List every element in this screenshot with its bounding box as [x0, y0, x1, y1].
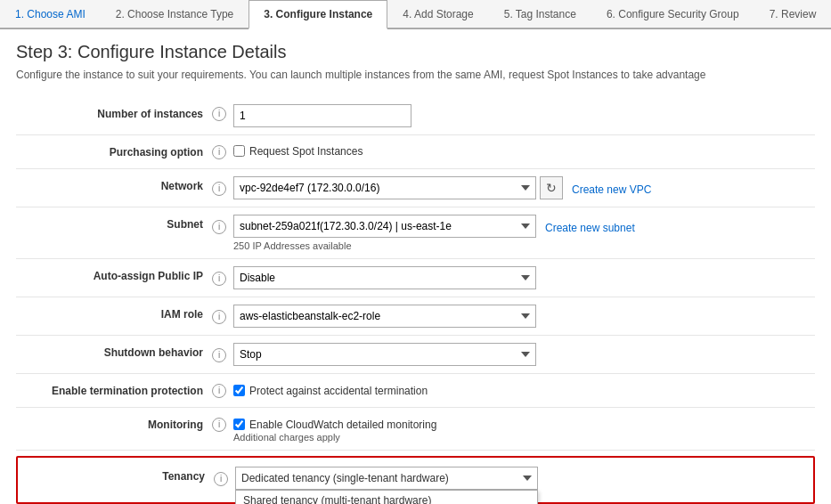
purchasing-option-label: Purchasing option: [16, 142, 212, 159]
auto-assign-ip-select[interactable]: Disable Enable: [233, 266, 536, 289]
termination-protection-checkbox[interactable]: [233, 385, 245, 396]
info-icon-instances[interactable]: i: [212, 107, 226, 121]
monitoring-checkbox[interactable]: [233, 419, 245, 430]
termination-protection-checkbox-label[interactable]: Protect against accidental termination: [233, 382, 428, 397]
network-select[interactable]: vpc-92de4ef7 (172.30.0.0/16): [233, 176, 536, 199]
tab-label: 1. Choose AMI: [15, 8, 86, 20]
tenancy-label: Tenancy: [18, 467, 214, 483]
tab-label: 4. Add Storage: [403, 8, 473, 20]
info-icon-purchasing[interactable]: i: [212, 145, 226, 159]
page-header: Step 3: Configure Instance Details Confi…: [0, 29, 831, 88]
monitoring-additional-text: Additional charges apply: [233, 432, 340, 443]
info-icon-shutdown[interactable]: i: [212, 348, 226, 362]
create-new-subnet-link[interactable]: Create new subnet: [545, 218, 635, 234]
spot-instances-text: Request Spot Instances: [249, 145, 363, 158]
info-icon-auto-assign[interactable]: i: [212, 272, 226, 286]
info-icon-monitoring[interactable]: i: [212, 418, 226, 432]
network-control: i vpc-92de4ef7 (172.30.0.0/16) ↻ Create …: [212, 176, 815, 199]
info-icon-subnet[interactable]: i: [212, 220, 226, 234]
page-title: Step 3: Configure Instance Details: [16, 42, 815, 62]
network-row: Network i vpc-92de4ef7 (172.30.0.0/16) ↻…: [16, 169, 815, 207]
number-of-instances-control: i: [212, 104, 815, 127]
tenancy-options-list: Shared tenancy (multi-tenant hardware) D…: [235, 490, 538, 504]
subnet-row: Subnet i subnet-259a021f(172.30.3.0/24) …: [16, 207, 815, 259]
iam-role-select[interactable]: aws-elasticbeanstalk-ec2-role: [233, 305, 536, 328]
shutdown-behavior-control: i Stop Terminate: [212, 343, 815, 366]
auto-assign-ip-label: Auto-assign Public IP: [16, 266, 212, 282]
auto-assign-ip-select-wrap: Disable Enable: [233, 266, 536, 289]
iam-role-label: IAM role: [16, 305, 212, 321]
tenancy-selected-display[interactable]: Dedicated tenancy (single-tenant hardwar…: [235, 467, 538, 490]
configure-instance-form: Number of instances i Purchasing option …: [0, 88, 831, 504]
network-select-wrap: vpc-92de4ef7 (172.30.0.0/16): [233, 176, 536, 199]
info-icon-tenancy[interactable]: i: [214, 472, 228, 486]
tab-configure-instance[interactable]: 3. Configure Instance: [248, 0, 387, 29]
tab-label: 3. Configure Instance: [264, 8, 372, 20]
tenancy-option-shared[interactable]: Shared tenancy (multi-tenant hardware): [236, 491, 537, 504]
iam-role-row: IAM role i aws-elasticbeanstalk-ec2-role: [16, 297, 815, 336]
tenancy-control: i Dedicated tenancy (single-tenant hardw…: [214, 467, 813, 490]
monitoring-row: Monitoring i Enable CloudWatch detailed …: [16, 408, 815, 451]
tab-choose-ami[interactable]: 1. Choose AMI: [0, 0, 101, 28]
info-icon-iam[interactable]: i: [212, 310, 226, 324]
request-spot-instances-label[interactable]: Request Spot Instances: [233, 142, 363, 158]
shutdown-behavior-label: Shutdown behavior: [16, 343, 212, 359]
tab-label: 2. Choose Instance Type: [116, 8, 234, 20]
monitoring-text: Enable CloudWatch detailed monitoring: [249, 419, 436, 431]
create-new-vpc-link[interactable]: Create new VPC: [572, 180, 651, 196]
termination-protection-control: i Protect against accidental termination: [212, 381, 815, 398]
number-of-instances-row: Number of instances i: [16, 97, 815, 135]
wizard-tabs: 1. Choose AMI 2. Choose Instance Type 3.…: [0, 0, 831, 29]
tab-choose-instance-type[interactable]: 2. Choose Instance Type: [101, 0, 249, 28]
info-icon-termination[interactable]: i: [212, 384, 226, 398]
tab-configure-security-group[interactable]: 6. Configure Security Group: [591, 0, 754, 28]
termination-protection-text: Protect against accidental termination: [249, 385, 428, 397]
subnet-select-wrap: subnet-259a021f(172.30.3.0/24) | us-east…: [233, 215, 536, 238]
termination-protection-label: Enable termination protection: [16, 381, 212, 397]
tab-label: 5. Tag Instance: [504, 8, 576, 20]
subnet-label: Subnet: [16, 215, 212, 231]
info-icon-network[interactable]: i: [212, 182, 226, 196]
termination-protection-row: Enable termination protection i Protect …: [16, 374, 815, 408]
monitoring-checkbox-label[interactable]: Enable CloudWatch detailed monitoring: [233, 416, 436, 431]
auto-assign-ip-row: Auto-assign Public IP i Disable Enable: [16, 259, 815, 297]
tenancy-dropdown-container: Dedicated tenancy (single-tenant hardwar…: [235, 467, 538, 490]
subnet-control: i subnet-259a021f(172.30.3.0/24) | us-ea…: [212, 215, 815, 251]
tab-tag-instance[interactable]: 5. Tag Instance: [489, 0, 591, 28]
monitoring-label: Monitoring: [16, 415, 212, 431]
subnet-ip-info: 250 IP Addresses available: [233, 240, 352, 251]
request-spot-instances-checkbox[interactable]: [233, 145, 245, 157]
purchasing-option-control: i Request Spot Instances: [212, 142, 815, 159]
number-of-instances-label: Number of instances: [16, 104, 212, 120]
tab-label: 7. Review: [770, 8, 817, 20]
tenancy-row: Tenancy i Dedicated tenancy (single-tena…: [18, 463, 813, 497]
network-refresh-button[interactable]: ↻: [540, 176, 563, 199]
iam-role-select-wrap: aws-elasticbeanstalk-ec2-role: [233, 305, 536, 328]
number-of-instances-input[interactable]: [233, 104, 411, 127]
purchasing-option-row: Purchasing option i Request Spot Instanc…: [16, 135, 815, 169]
tenancy-selected-text: Dedicated tenancy (single-tenant hardwar…: [241, 472, 449, 484]
tab-add-storage[interactable]: 4. Add Storage: [387, 0, 488, 28]
tab-review[interactable]: 7. Review: [754, 0, 831, 28]
tenancy-section: Tenancy i Dedicated tenancy (single-tena…: [16, 456, 815, 504]
subnet-select[interactable]: subnet-259a021f(172.30.3.0/24) | us-east…: [233, 215, 536, 238]
shutdown-behavior-select[interactable]: Stop Terminate: [233, 343, 536, 366]
shutdown-behavior-row: Shutdown behavior i Stop Terminate: [16, 336, 815, 374]
shutdown-behavior-select-wrap: Stop Terminate: [233, 343, 536, 366]
page-description: Configure the instance to suit your requ…: [16, 68, 815, 83]
iam-role-control: i aws-elasticbeanstalk-ec2-role: [212, 305, 815, 328]
monitoring-control: i Enable CloudWatch detailed monitoring …: [212, 415, 815, 443]
tab-label: 6. Configure Security Group: [607, 8, 739, 20]
auto-assign-ip-control: i Disable Enable: [212, 266, 815, 289]
network-label: Network: [16, 176, 212, 192]
